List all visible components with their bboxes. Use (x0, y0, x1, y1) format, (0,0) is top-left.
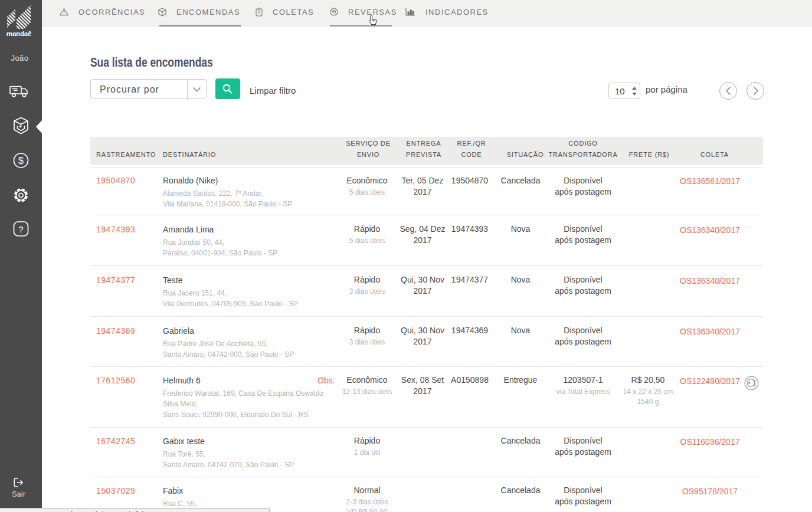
svg-text:$: $ (18, 156, 24, 166)
svg-text:?: ? (18, 224, 23, 234)
